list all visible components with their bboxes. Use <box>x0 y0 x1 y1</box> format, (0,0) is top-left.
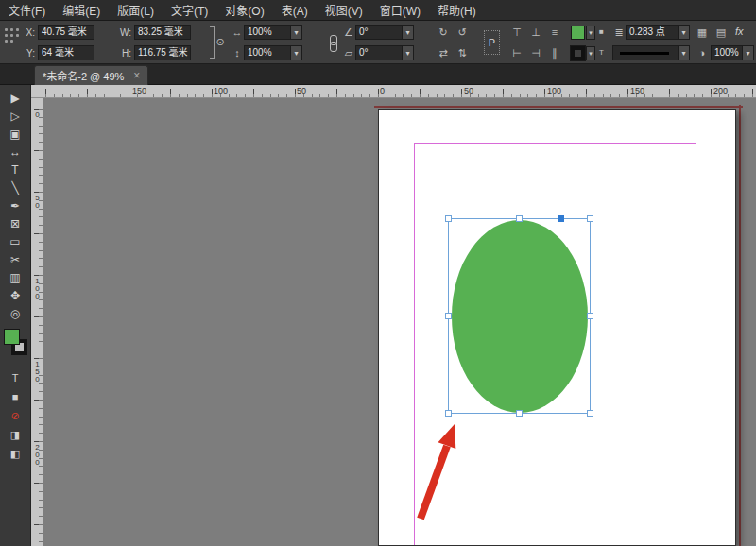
menu-layout[interactable]: 版面(L) <box>109 2 163 18</box>
fill-color-swatch[interactable] <box>571 26 585 40</box>
selection-handle-ne[interactable] <box>587 215 593 222</box>
rectangle-frame-tool[interactable]: ⊠ <box>0 215 31 233</box>
opacity-input[interactable]: 100% <box>711 45 743 60</box>
ruler-label: 200 <box>713 86 728 95</box>
align-left-icon[interactable]: ⊢ <box>510 45 524 60</box>
panel-options-icon[interactable]: ▤ <box>714 25 728 40</box>
selection-handle-sw[interactable] <box>445 410 452 417</box>
w-input[interactable]: 83.25 毫米 <box>134 25 191 40</box>
line-tool[interactable]: ╲ <box>0 179 31 197</box>
proxy-dot[interactable] <box>10 34 13 37</box>
apply-none-button[interactable]: ⊘ <box>0 406 31 425</box>
chevron-down-icon[interactable]: ▾ <box>679 25 690 40</box>
menu-bar: 文件(F) 编辑(E) 版面(L) 文字(T) 对象(O) 表(A) 视图(V)… <box>0 0 756 21</box>
menu-table[interactable]: 表(A) <box>273 2 317 18</box>
tab-close-button[interactable]: × <box>133 69 140 82</box>
flip-vertical-icon[interactable]: ⇅ <box>455 45 469 60</box>
proxy-dot[interactable] <box>5 40 8 43</box>
x-label: X: <box>23 27 35 38</box>
align-right-icon[interactable]: ⊣ <box>529 45 542 60</box>
formatting-text-icon[interactable]: T <box>599 49 604 57</box>
align-top-icon[interactable]: ⊤ <box>510 25 524 40</box>
x-input[interactable]: 40.75 毫米 <box>38 25 94 40</box>
direct-selection-tool[interactable]: ▷ <box>0 108 31 126</box>
stroke-type-select[interactable] <box>612 45 679 60</box>
menu-window[interactable]: 窗口(W) <box>371 2 429 18</box>
selection-handle-s[interactable] <box>516 410 523 417</box>
constrain-dial-icon[interactable]: ⊙ <box>214 34 227 49</box>
stroke-color-swatch[interactable] <box>571 46 585 60</box>
document-tab[interactable]: *未命名-2 @ 49% × <box>34 65 148 85</box>
selection-handle-n[interactable] <box>516 215 523 222</box>
proxy-dot[interactable] <box>10 28 13 31</box>
fill-swatch[interactable] <box>4 329 20 345</box>
hand-tool[interactable]: ✥ <box>0 287 31 305</box>
selection-bounding-box[interactable] <box>448 218 591 414</box>
proxy-dot[interactable] <box>5 34 8 37</box>
proxy-dot[interactable] <box>5 28 8 31</box>
h-input[interactable]: 116.75 毫米 <box>134 45 191 60</box>
menu-type[interactable]: 文字(T) <box>163 2 216 18</box>
proxy-dot[interactable] <box>10 40 13 43</box>
menu-edit[interactable]: 编辑(E) <box>54 2 109 18</box>
proxy-dot[interactable] <box>16 28 19 31</box>
selection-tool[interactable]: ▶ <box>0 90 31 108</box>
selection-handle-active[interactable] <box>558 215 564 222</box>
pen-tool[interactable]: ✒ <box>0 197 31 215</box>
scale-y-input[interactable]: 100% <box>244 45 291 60</box>
selection-handle-nw[interactable] <box>445 215 452 222</box>
chevron-down-icon[interactable]: ▾ <box>291 25 302 40</box>
chevron-down-icon[interactable]: ▾ <box>679 45 690 60</box>
horizontal-ruler[interactable]: 150 100 50 0 50 100 150 200 <box>43 85 756 98</box>
y-input[interactable]: 64 毫米 <box>38 45 94 60</box>
formatting-container-icon[interactable]: ■ <box>599 28 604 36</box>
ruler-origin-box[interactable] <box>31 85 43 98</box>
apply-color-button[interactable]: ■ <box>0 387 31 406</box>
menu-help[interactable]: 帮助(H) <box>429 2 485 18</box>
chevron-down-icon[interactable]: ▾ <box>586 46 595 60</box>
selection-handle-w[interactable] <box>445 313 452 319</box>
constrain-scale-link-icon[interactable] <box>329 35 336 50</box>
w-label: W: <box>119 27 131 38</box>
rotation-input[interactable]: 0° <box>355 25 403 40</box>
preview-view-button[interactable]: ◧ <box>0 444 31 463</box>
chevron-down-icon[interactable]: ▾ <box>291 45 302 60</box>
ruler-label: 200 <box>31 443 42 466</box>
rectangle-tool[interactable]: ▭ <box>0 233 31 251</box>
menu-file[interactable]: 文件(F) <box>0 2 54 18</box>
orientation-indicator: P <box>484 30 500 55</box>
grid-options-icon[interactable]: ▦ <box>696 25 709 40</box>
gradient-tool[interactable]: ▥ <box>0 269 31 287</box>
chevron-down-icon[interactable]: ▾ <box>743 45 754 60</box>
rotate-ccw-icon[interactable]: ↺ <box>455 25 469 40</box>
menu-object[interactable]: 对象(O) <box>216 2 272 18</box>
chevron-down-icon[interactable]: ▾ <box>403 25 414 40</box>
scissors-tool[interactable]: ✂ <box>0 251 31 269</box>
align-bottom-icon[interactable]: ⊥ <box>529 25 542 40</box>
rotation-angle-icon: ∠ <box>342 25 355 40</box>
proxy-dot[interactable] <box>16 34 19 37</box>
effects-button[interactable]: fx <box>735 26 744 37</box>
zoom-tool[interactable]: ◎ <box>0 305 31 323</box>
stroke-weight-input[interactable]: 0.283 点 <box>626 25 679 40</box>
scale-x-input[interactable]: 100% <box>244 25 291 40</box>
type-tool[interactable]: T <box>0 162 31 179</box>
document-canvas[interactable] <box>43 98 756 546</box>
selection-handle-e[interactable] <box>587 313 593 319</box>
vertical-ruler[interactable]: 0 50 100 150 200 <box>31 98 43 546</box>
shear-input[interactable]: 0° <box>355 45 403 60</box>
chevron-down-icon[interactable]: ▾ <box>403 45 414 60</box>
selection-handle-se[interactable] <box>587 410 593 417</box>
chevron-down-icon[interactable]: ▾ <box>586 26 595 40</box>
page-tool[interactable]: ▣ <box>0 126 31 144</box>
menu-view[interactable]: 视图(V) <box>317 2 371 18</box>
distribute-horizontal-icon[interactable]: ∥ <box>548 45 561 60</box>
document-page[interactable] <box>378 109 736 546</box>
flip-horizontal-icon[interactable]: ⇄ <box>437 45 450 60</box>
normal-view-button[interactable]: ◨ <box>0 425 31 444</box>
distribute-vertical-icon[interactable]: ≡ <box>548 25 561 40</box>
reference-point-proxy[interactable] <box>5 28 19 43</box>
gap-tool[interactable]: ↔ <box>0 144 31 162</box>
rotate-cw-icon[interactable]: ↻ <box>437 25 450 40</box>
formatting-affects-text-button[interactable]: T <box>0 368 31 387</box>
